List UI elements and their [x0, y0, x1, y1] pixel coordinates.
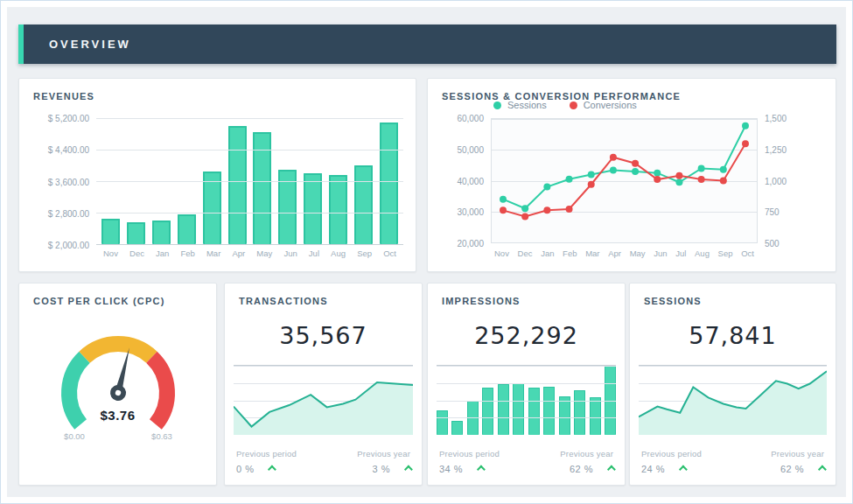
previous-year-label: Previous year: [560, 449, 613, 458]
impressions-bar: [528, 388, 540, 435]
axis-label: $ 3,600.00: [48, 177, 89, 186]
month-label: Apr: [608, 248, 621, 258]
revenue-bar: [178, 214, 196, 244]
sessions-point: [610, 167, 617, 174]
sessions-line: [503, 126, 745, 208]
gauge-arc-mid: [85, 344, 152, 357]
previous-period-value: 34 %: [439, 464, 463, 474]
sessions-point: [500, 196, 507, 203]
previous-year-value: 3 %: [373, 464, 390, 474]
revenue-bar: [329, 175, 347, 244]
previous-year-value: 62 %: [780, 464, 804, 474]
impressions-bar-chart[interactable]: [437, 365, 616, 435]
legend-label: Sessions: [507, 100, 547, 110]
previous-period-label: Previous period: [236, 449, 297, 458]
axis-label: 500: [765, 239, 780, 248]
overview-header: OVERVIEW: [18, 24, 836, 64]
previous-period-label: Previous period: [641, 449, 702, 458]
gauge-needle: [108, 346, 136, 402]
sessions-point: [675, 178, 682, 186]
transactions-sparkline[interactable]: [234, 365, 413, 435]
sparkline-area: [234, 382, 413, 435]
previous-period-label: Previous period: [439, 449, 500, 458]
conversions-point: [588, 181, 595, 188]
axis-label: 1,000: [765, 176, 787, 186]
revenue-bar: [354, 165, 373, 244]
conversions-point: [543, 206, 550, 214]
cpc-value: $3.76: [19, 408, 216, 423]
axis-label: 1,250: [765, 144, 787, 154]
month-label: Sep: [718, 248, 733, 258]
revenues-bar-chart[interactable]: [96, 118, 403, 245]
month-label: Mar: [585, 248, 599, 258]
conversions-y-axis-right: 1,5001,2501,000750500: [765, 118, 813, 243]
axis-label: 40,000: [457, 176, 484, 186]
revenue-bar: [228, 126, 247, 244]
impressions-bar: [498, 384, 509, 435]
revenues-x-axis: NovDecJanFebMarAprMayJunJulAugSepOct: [96, 248, 403, 258]
dashboard-page: OVERVIEW REVENUES $ 5,200.00$ 4,400.00$ …: [0, 0, 853, 504]
transactions-value: 35,567: [225, 322, 422, 349]
axis-label: 30,000: [457, 207, 484, 217]
sessions-point: [720, 166, 727, 173]
impressions-card: IMPRESSIONS 252,292 Previous period 34 %…: [427, 283, 626, 486]
sessions-conversions-title: SESSIONS & CONVERSION PERFORMANCE: [428, 79, 836, 102]
sessions-point: [588, 171, 595, 178]
sessions-sparkline[interactable]: [639, 365, 827, 435]
sessions-point: [543, 184, 550, 191]
transactions-card: TRANSACTIONS 35,567 Previous period 0 % …: [224, 283, 423, 486]
impressions-bar: [482, 388, 493, 435]
line-chart-canvas[interactable]: [492, 119, 757, 242]
cpc-min-label: $0.00: [50, 431, 99, 441]
sessions-conversions-line-chart[interactable]: [491, 118, 758, 243]
sessions-point: [566, 176, 573, 183]
impressions-bar: [543, 387, 555, 435]
impressions-bar: [437, 410, 448, 435]
axis-label: $ 4,400.00: [48, 145, 89, 155]
impressions-bar: [574, 390, 585, 435]
cpc-card: COST PER CLICK (CPC) $3.76 $0.00 $0.63: [18, 283, 217, 486]
caret-up-icon: [818, 465, 827, 473]
revenue-bar: [304, 173, 322, 244]
gridline: [96, 150, 403, 150]
legend-item-conversions[interactable]: Conversions: [570, 100, 637, 110]
legend-label: Conversions: [584, 100, 637, 110]
previous-year-cell: Previous year 62 %: [560, 449, 613, 474]
axis-label: 50,000: [457, 144, 484, 154]
month-label: Oct: [741, 248, 754, 258]
legend-dot-icon: [493, 102, 501, 109]
gridline: [437, 366, 616, 367]
month-label: Mar: [206, 248, 220, 258]
month-label: Jan: [541, 248, 554, 258]
transactions-footer: Previous period 0 % Previous year 3 %: [236, 449, 410, 474]
gauge-max-marker-icon: [157, 422, 166, 428]
previous-period-value: 0 %: [236, 464, 254, 474]
revenue-bar: [152, 220, 171, 244]
month-label: Jun: [283, 248, 297, 258]
sparkline-canvas: [234, 366, 413, 435]
conversions-point: [610, 154, 617, 161]
legend-item-sessions[interactable]: Sessions: [493, 100, 547, 110]
month-label: Jul: [309, 248, 319, 258]
axis-label: $ 2,000.00: [48, 241, 89, 250]
revenue-bar: [380, 122, 398, 244]
conversions-point: [698, 176, 705, 183]
sessions-y-axis-left: 60,00050,00040,00030,00020,000: [433, 118, 484, 243]
legend-dot-icon: [570, 102, 577, 109]
sessions-point: [521, 205, 528, 212]
caret-up-icon: [404, 465, 413, 473]
sparkline-canvas: [639, 366, 827, 435]
conversions-point: [720, 178, 727, 185]
month-label: May: [630, 248, 646, 258]
conversions-point: [632, 160, 639, 167]
conversions-point: [675, 172, 682, 179]
gridline: [437, 401, 616, 402]
impressions-bar: [513, 383, 524, 435]
sessions-point: [654, 170, 661, 177]
axis-label: 60,000: [457, 114, 484, 123]
month-label: Jun: [654, 248, 667, 258]
month-label: May: [256, 248, 272, 258]
month-label: Feb: [180, 248, 194, 258]
conversions-point: [500, 206, 507, 214]
sessions-card: SESSIONS 57,841 Previous period 24 % Pre…: [629, 283, 836, 486]
